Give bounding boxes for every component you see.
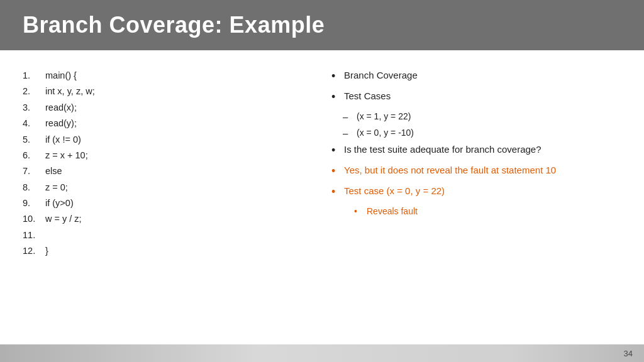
- code-line: 7. else: [23, 163, 313, 179]
- sub-dash-icon: –: [343, 126, 357, 141]
- bullet-item: •Yes, but it does not reveal the fault a…: [331, 163, 621, 180]
- sub-bullet-item: –(x = 1, y = 22): [343, 109, 621, 124]
- bullet-text: Branch Coverage: [344, 68, 621, 83]
- code-line: 10. w = y / z;: [23, 211, 313, 227]
- code-panel: 1.main() {2. int x, y, z, w;3. read(x);4…: [23, 63, 313, 332]
- code-line: 6. z = x + 10;: [23, 148, 313, 163]
- code-line: 11.: [23, 228, 313, 243]
- line-number: 11.: [23, 228, 45, 243]
- bullet-item: •Branch Coverage: [331, 68, 621, 85]
- code-line: 9. if (y>0): [23, 195, 313, 211]
- sub-bullet-text: (x = 1, y = 22): [357, 109, 411, 123]
- code-line: 4. read(y);: [23, 116, 313, 131]
- slide-header: Branch Coverage: Example: [0, 0, 644, 50]
- line-number: 2.: [23, 84, 45, 99]
- line-code: z = x + 10;: [45, 148, 88, 163]
- inner-bullet-text: Reveals fault: [367, 204, 418, 218]
- sub-bullet-item: –(x = 0, y = -10): [343, 126, 621, 141]
- slide-footer: 34: [0, 344, 644, 362]
- bullet-dot-icon: •: [331, 89, 344, 106]
- slide: Branch Coverage: Example 1.main() {2. in…: [0, 0, 644, 362]
- line-code: w = y / z;: [45, 211, 82, 227]
- code-line: 1.main() {: [23, 68, 313, 84]
- line-number: 3.: [23, 100, 45, 116]
- line-number: 1.: [23, 68, 45, 84]
- line-number: 8.: [23, 180, 45, 195]
- line-code: if (y>0): [45, 195, 74, 211]
- line-code: }: [45, 243, 48, 259]
- line-code: main() {: [45, 68, 77, 84]
- code-line: 3. read(x);: [23, 100, 313, 116]
- line-code: z = 0;: [45, 180, 68, 195]
- line-code: read(y);: [45, 116, 77, 131]
- bullet-text: Test Cases: [344, 89, 621, 104]
- slide-title: Branch Coverage: Example: [23, 12, 325, 38]
- line-number: 10.: [23, 211, 45, 227]
- page-number: 34: [624, 349, 633, 358]
- slide-content: 1.main() {2. int x, y, z, w;3. read(x);4…: [0, 50, 644, 344]
- bullet-dot-icon: •: [331, 142, 344, 159]
- code-line: 5. if (x != 0): [23, 132, 313, 148]
- sub-bullet-text: (x = 0, y = -10): [357, 126, 414, 140]
- line-code: else: [45, 163, 62, 179]
- bullets-panel: •Branch Coverage•Test Cases–(x = 1, y = …: [325, 63, 621, 332]
- line-number: 4.: [23, 116, 45, 131]
- line-number: 5.: [23, 132, 45, 148]
- line-number: 6.: [23, 148, 45, 163]
- line-number: 12.: [23, 243, 45, 259]
- inner-dot-icon: •: [354, 204, 367, 218]
- line-code: int x, y, z, w;: [45, 84, 95, 99]
- line-code: read(x);: [45, 100, 77, 116]
- line-number: 9.: [23, 195, 45, 211]
- bullet-item: •Test Cases: [331, 89, 621, 106]
- code-line: 8. z = 0;: [23, 180, 313, 195]
- code-line: 2. int x, y, z, w;: [23, 84, 313, 99]
- inner-bullet-item: •Reveals fault: [354, 204, 621, 218]
- bullet-item: •Test case (x = 0, y = 22): [331, 184, 621, 200]
- bullet-text: Yes, but it does not reveal the fault at…: [344, 163, 621, 178]
- bullet-text: Test case (x = 0, y = 22): [344, 184, 621, 199]
- bullet-dot-icon: •: [331, 68, 344, 85]
- line-code: if (x != 0): [45, 132, 81, 148]
- footer-bar: [0, 344, 644, 362]
- bullet-dot-icon: •: [331, 163, 344, 180]
- code-line: 12. }: [23, 243, 313, 259]
- line-number: 7.: [23, 163, 45, 179]
- bullet-item: •Is the test suite adequate for branch c…: [331, 142, 621, 159]
- bullet-text: Is the test suite adequate for branch co…: [344, 142, 621, 157]
- bullet-dot-icon: •: [331, 184, 344, 200]
- sub-dash-icon: –: [343, 109, 357, 124]
